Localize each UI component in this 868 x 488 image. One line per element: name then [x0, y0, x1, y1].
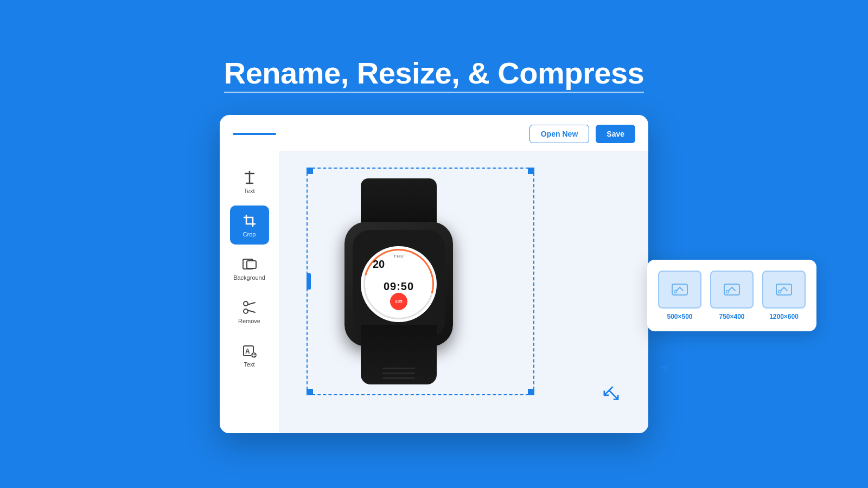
resize-card-750[interactable]: 750×400 — [710, 271, 754, 320]
sidebar: Text Crop — [220, 151, 279, 433]
header-buttons: Open New Save — [529, 125, 635, 143]
resize-card-1200[interactable]: 1200×600 — [762, 271, 806, 320]
watch-strap-bottom — [361, 325, 437, 384]
watch-steps-value: 235 — [395, 299, 402, 304]
crop-corner-tr — [528, 168, 534, 174]
watch-container: THU 20 09:50 235 — [323, 178, 475, 384]
tool-text[interactable]: Text — [230, 162, 269, 201]
resize-label-750: 750×400 — [719, 313, 744, 320]
svg-rect-16 — [724, 284, 739, 295]
tool-crop-label: Crop — [243, 231, 256, 237]
tool-text2-label: Text — [244, 361, 254, 368]
tool-text-label: Text — [244, 188, 254, 194]
svg-rect-14 — [672, 284, 687, 295]
crop-icon — [241, 213, 258, 229]
background-icon — [241, 256, 258, 272]
logo-line — [233, 133, 276, 135]
window-header: Open New Save — [220, 115, 648, 151]
strap-notch-2 — [382, 373, 415, 374]
canvas-area: ↙ ↖ THU 20 09:5 — [279, 151, 648, 433]
watch-screen: THU 20 09:50 235 — [353, 230, 445, 338]
watch-day: THU — [393, 254, 404, 259]
logo-bar — [233, 133, 276, 135]
watch-ring-progress — [350, 236, 447, 332]
tool-background-label: Background — [233, 274, 265, 281]
watch-strap-notches — [382, 368, 415, 379]
strap-notch-1 — [382, 368, 415, 369]
resize-diagonal-icon: ↖ — [607, 386, 621, 406]
watch-image: THU 20 09:50 235 — [296, 162, 502, 401]
resize-label-500: 500×500 — [667, 313, 692, 320]
svg-point-19 — [778, 290, 781, 293]
tool-text2[interactable]: A Text — [230, 336, 269, 375]
dashed-arrow-svg — [643, 341, 719, 384]
svg-line-7 — [247, 303, 255, 305]
tool-remove-label: Remove — [238, 318, 260, 324]
open-new-button[interactable]: Open New — [529, 125, 589, 143]
resize-label-1200: 1200×600 — [769, 313, 799, 320]
tool-remove[interactable]: Remove — [230, 292, 269, 331]
text-cursor-icon — [241, 169, 258, 185]
window-body: Text Crop — [220, 151, 648, 433]
strap-notch-3 — [382, 377, 415, 379]
page-title: Rename, Resize, & Compress — [224, 55, 644, 93]
crop-corner-br — [528, 389, 534, 395]
svg-rect-4 — [247, 261, 256, 268]
svg-rect-18 — [776, 284, 792, 295]
svg-line-8 — [247, 310, 255, 312]
watch-face: THU 20 09:50 235 — [361, 246, 437, 322]
resize-card-500[interactable]: 500×500 — [658, 271, 701, 320]
text-add-icon: A — [241, 343, 258, 359]
tool-background[interactable]: Background — [230, 249, 269, 288]
app-window: Open New Save Text — [220, 115, 648, 433]
resize-popup: 500×500 750×400 — [647, 260, 816, 331]
watch-strap-top — [361, 178, 437, 227]
watch-steps-badge: 235 — [390, 293, 407, 310]
tool-crop[interactable]: Crop — [230, 206, 269, 245]
svg-text:A: A — [245, 348, 250, 355]
resize-thumb-750 — [710, 271, 754, 309]
resize-thumb-500 — [658, 271, 701, 309]
svg-marker-20 — [659, 365, 668, 371]
svg-point-15 — [674, 290, 677, 293]
watch-date-number: 20 — [373, 258, 385, 271]
save-button[interactable]: Save — [596, 125, 635, 143]
resize-thumb-1200 — [762, 271, 806, 309]
svg-point-17 — [726, 290, 729, 293]
scissors-icon — [241, 299, 258, 316]
